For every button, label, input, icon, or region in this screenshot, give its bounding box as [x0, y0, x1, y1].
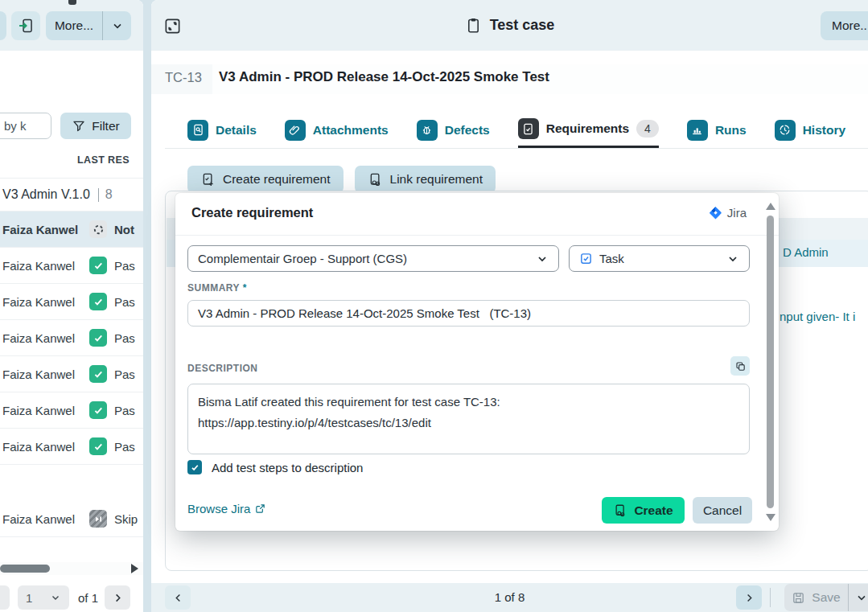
tab-history[interactable]: History — [775, 112, 845, 148]
testcase-id: TC-13 — [165, 70, 202, 85]
dialog-scrollbar[interactable] — [764, 203, 776, 521]
chevron-right-icon — [112, 592, 124, 604]
sidebar-more-button[interactable]: More... — [46, 11, 102, 40]
jira-logo-icon — [709, 206, 722, 220]
button-label: Link requirement — [390, 172, 483, 187]
scroll-down-arrow[interactable] — [766, 514, 775, 521]
copy-description-button[interactable] — [730, 356, 750, 376]
prev-testcase-button[interactable] — [165, 585, 191, 610]
test-row[interactable]: Faiza Kanwel Pas — [0, 429, 143, 465]
page-number: 1 — [26, 591, 32, 605]
project-select[interactable]: Complementair Groep - Support (CGS) — [187, 245, 559, 272]
next-testcase-button[interactable] — [736, 585, 762, 610]
test-row[interactable]: Faiza Kanwel Pas — [0, 356, 143, 392]
tab-attachments[interactable]: Attachments — [285, 112, 389, 148]
tab-bar: Details Attachments Defects Requirements… — [165, 112, 868, 149]
tab-details[interactable]: Details — [187, 112, 257, 148]
label-text: SUMMARY — [187, 282, 240, 294]
divider — [770, 588, 771, 607]
cancel-button[interactable]: Cancel — [693, 497, 752, 524]
tester-name: Faiza Kanwel — [2, 223, 89, 236]
create-button[interactable]: Create — [602, 497, 685, 524]
bar-chart-icon — [687, 120, 708, 141]
testcase-title-row: TC-13 V3 Admin - PROD Release 14-Oct-202… — [151, 64, 868, 94]
link-label: Browse Jira — [187, 502, 250, 515]
chevron-down-icon — [50, 592, 61, 603]
add-test-steps-checkbox-row[interactable]: Add test steps to description — [187, 460, 363, 474]
test-row[interactable]: Faiza Kanwel Skip — [0, 501, 143, 537]
history-clock-icon — [775, 120, 796, 141]
testcase-footer: 1 of 8 Save — [151, 583, 868, 612]
expand-button[interactable] — [161, 14, 183, 37]
save-button[interactable]: Save — [784, 584, 848, 611]
doc-link-icon — [613, 503, 627, 518]
main-more-button[interactable]: More... — [821, 11, 868, 40]
requirement-link-fragment[interactable]: D Admin — [783, 245, 829, 259]
status-label: Skip — [114, 512, 138, 526]
chevron-down-icon — [726, 253, 739, 265]
requirements-count-badge: 4 — [636, 120, 659, 138]
description-textarea[interactable]: Bisma Latif created this requirement for… — [187, 384, 750, 454]
page-select[interactable]: 1 — [18, 585, 69, 610]
chevron-right-icon — [743, 592, 755, 604]
filter-button[interactable]: Filter — [60, 113, 131, 139]
button-label: Create — [634, 503, 673, 518]
paperclip-icon — [285, 120, 306, 141]
next-page-button[interactable] — [105, 585, 130, 610]
run-group-row[interactable]: V3 Admin V.1.0 8 — [0, 178, 143, 212]
copy-icon — [734, 360, 747, 372]
clipped-prev-page-button[interactable] — [0, 585, 10, 610]
save-dropdown-button[interactable] — [848, 584, 868, 611]
browse-jira-link[interactable]: Browse Jira — [187, 502, 266, 515]
summary-input[interactable]: V3 Admin - PROD Release 14-Oct-2025 Smok… — [187, 300, 750, 327]
app-screen: More... by k Filter LAST RES V3 Admin V.… — [0, 0, 868, 612]
description-field-label: DESCRIPTION — [187, 363, 258, 374]
scrollbar-thumb[interactable] — [767, 216, 774, 508]
tab-defects[interactable]: Defects — [417, 112, 490, 148]
required-asterisk: * — [243, 282, 247, 294]
issue-type-value: Task — [599, 252, 720, 265]
sidebar-panel: More... by k Filter LAST RES V3 Admin V.… — [0, 0, 143, 612]
sidebar-more-split-button: More... — [46, 11, 131, 40]
scroll-up-arrow[interactable] — [766, 203, 775, 210]
test-row[interactable]: Faiza Kanwel Pas — [0, 284, 143, 320]
tester-name: Faiza Kanwel — [2, 331, 89, 345]
horizontal-scrollbar[interactable] — [0, 562, 143, 575]
description-line: Bisma Latif created this requirement for… — [198, 392, 739, 413]
tab-requirements[interactable]: Requirements 4 — [518, 112, 659, 148]
scrollbar-thumb[interactable] — [0, 565, 50, 573]
requirements-doc-check-icon — [518, 118, 539, 139]
provider-indicator: Jira — [709, 206, 747, 220]
status-skipped-icon — [89, 510, 107, 528]
last-result-column-header: LAST RES — [77, 154, 130, 166]
sidebar-more-dropdown-button[interactable] — [103, 11, 131, 40]
tab-label: Runs — [715, 123, 747, 138]
tab-label: Attachments — [313, 123, 389, 138]
create-requirement-button[interactable]: Create requirement — [187, 166, 343, 193]
jira-task-icon — [579, 252, 593, 265]
status-pass-icon — [89, 401, 107, 419]
tab-runs[interactable]: Runs — [687, 112, 747, 148]
link-requirement-button[interactable]: Link requirement — [355, 166, 496, 193]
tester-name: Faiza Kanwel — [2, 368, 89, 381]
clipped-toolbar-button[interactable] — [0, 11, 6, 40]
button-label: Create requirement — [223, 172, 331, 187]
issue-type-select[interactable]: Task — [569, 245, 750, 272]
checkbox-checked-icon[interactable] — [187, 460, 202, 474]
description-line: https://app.testiny.io/p/4/testcases/tc/… — [198, 413, 739, 433]
import-run-button[interactable] — [11, 11, 40, 40]
test-row[interactable]: Faiza Kanwel Not — [0, 212, 143, 248]
scroll-right-arrow[interactable] — [131, 564, 138, 573]
run-group-name: V3 Admin V.1.0 — [2, 187, 90, 202]
create-requirement-dialog: Create requirement Jira Complementair Gr… — [175, 193, 779, 531]
bug-icon — [417, 120, 438, 141]
test-row[interactable]: Faiza Kanwel Pas — [0, 320, 143, 356]
checkbox-label: Add test steps to description — [212, 461, 363, 474]
test-row[interactable]: Faiza Kanwel Pas — [0, 248, 143, 284]
tester-name: Faiza Kanwel — [2, 259, 89, 273]
status-pass-icon — [89, 293, 107, 310]
requirement-link-fragment[interactable]: nput given- It i — [780, 310, 855, 323]
test-row[interactable]: Faiza Kanwel Pas — [0, 392, 143, 429]
testcase-title: V3 Admin - PROD Release 14-Oct-2025 Smok… — [219, 69, 549, 85]
search-input[interactable]: by k — [0, 113, 51, 139]
